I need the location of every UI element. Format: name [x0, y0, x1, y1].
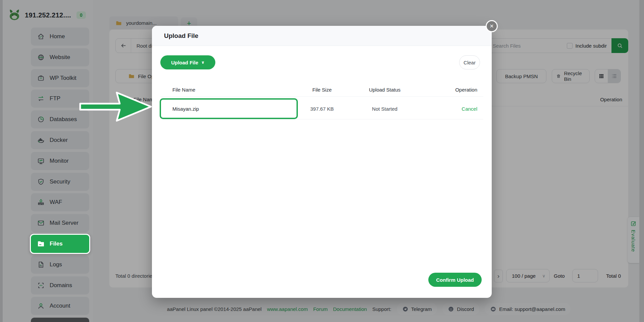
close-icon: ✕	[490, 23, 494, 29]
col-upload-status: Upload Status	[369, 87, 400, 93]
sidebar-item-label: Files	[50, 240, 63, 247]
confirm-upload-label: Confirm Upload	[436, 277, 474, 283]
modal-row-divider	[160, 119, 483, 119]
folder-icon	[37, 240, 45, 248]
modal-title: Upload File	[164, 32, 198, 40]
chevron-down-icon: ∨	[201, 60, 205, 65]
sidebar-item-files[interactable]: Files	[30, 234, 90, 254]
file-size-cell: 397.67 KB	[310, 106, 334, 112]
cancel-upload-link[interactable]: Cancel	[462, 106, 477, 112]
col-operation: Operation	[455, 87, 477, 93]
modal-table-divider	[160, 96, 483, 97]
confirm-upload-button[interactable]: Confirm Upload	[428, 273, 482, 287]
col-file-name: File Name	[172, 87, 195, 93]
close-button[interactable]: ✕	[486, 20, 498, 32]
col-file-size: File Size	[312, 87, 332, 93]
upload-file-button-label: Upload File	[171, 60, 198, 65]
upload-file-button[interactable]: Upload File ∨	[160, 55, 215, 69]
arrow-annotation	[79, 91, 154, 123]
upload-file-modal: Upload File ✕ Upload File ∨ Clear File N…	[152, 26, 492, 298]
app-window: 191.252.212.... 0 HomeWebsiteWP ToolkitF…	[0, 0, 644, 322]
modal-header: Upload File	[152, 26, 492, 46]
file-name-cell: Misayan.zip	[172, 106, 199, 112]
clear-button[interactable]: Clear	[459, 55, 480, 69]
upload-status-cell: Not Started	[372, 106, 397, 112]
